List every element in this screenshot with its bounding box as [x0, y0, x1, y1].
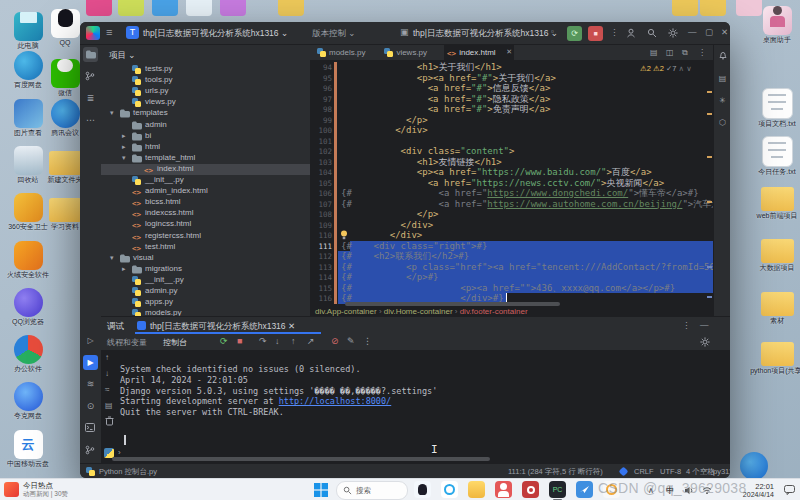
editor-hscrollbar[interactable] — [345, 302, 560, 306]
tree-item-urls.py[interactable]: urls.py — [101, 86, 310, 97]
partial-desktop-icon[interactable] — [86, 0, 112, 16]
tree-item-__init__.py[interactable]: __init__.py — [101, 275, 310, 286]
problems-tool-icon[interactable]: ⊙ — [83, 399, 98, 414]
partial-desktop-icon[interactable] — [700, 0, 726, 16]
close-button[interactable]: ✕ — [721, 27, 728, 37]
debug-minimize-icon[interactable]: — — [700, 320, 709, 330]
layout-icon[interactable]: ◫ — [666, 48, 674, 57]
project-tool-icon[interactable] — [83, 47, 98, 62]
services-tool-icon[interactable]: ≋ — [83, 377, 98, 392]
desktop-icon-办公软件[interactable]: 办公软件 — [0, 335, 60, 373]
stop-button[interactable]: ■ — [588, 26, 603, 41]
scroll-top-icon[interactable]: ↑ — [105, 353, 109, 362]
tree-item-migrations[interactable]: ▸migrations — [101, 264, 310, 275]
debug-settings-icon[interactable] — [700, 337, 710, 347]
more-actions-icon[interactable]: ⋮ — [610, 27, 619, 37]
desktop-icon-火绒安全软件[interactable]: 火绒安全软件 — [0, 241, 60, 279]
breadcrumb-item[interactable]: div.Home-container — [384, 307, 453, 316]
partial-desktop-icon[interactable] — [152, 0, 178, 16]
vcs-tool-icon[interactable] — [85, 445, 95, 455]
desktop-icon-项目文档.txt[interactable]: 项目文档.txt — [745, 88, 800, 128]
tab-threads[interactable]: 线程和变量 — [107, 337, 147, 348]
run-config-name[interactable]: thp|日志数据可视化分析系统hx1316 ⌄ — [413, 28, 558, 40]
desktop-icon-中国移动云盘[interactable]: 云中国移动云盘 — [0, 430, 60, 468]
step-into-icon[interactable]: ↓ — [275, 336, 280, 346]
run-tool-icon[interactable]: ▷ — [83, 333, 98, 348]
step-over-icon[interactable]: ↷ — [259, 336, 267, 346]
tree-item-template_html[interactable]: ▾template_html — [101, 153, 310, 164]
tree-item-__init__.py[interactable]: __init__.py — [101, 175, 310, 186]
scroll-bottom-icon[interactable]: ↓ — [105, 369, 109, 378]
taskbar-pycharm-icon[interactable]: PC — [549, 481, 566, 498]
debug-more-icon[interactable]: ⋮ — [682, 320, 691, 330]
tree-item-views.py[interactable]: views.py — [101, 97, 310, 108]
tab-console[interactable]: 控制台 — [163, 337, 187, 348]
taskbar-messenger-icon[interactable] — [576, 481, 593, 498]
print-icon[interactable]: ▤ — [105, 401, 113, 410]
partial-desktop-icon[interactable] — [186, 0, 212, 16]
desktop-icon-web前端项目[interactable]: web前端项目 — [745, 182, 800, 220]
rerun-icon[interactable]: ⟳ — [220, 336, 228, 346]
maximize-button[interactable]: ▢ — [705, 27, 713, 37]
main-menu-icon[interactable]: ≡ — [106, 26, 112, 38]
notification-icon[interactable] — [784, 485, 795, 495]
user-icon[interactable] — [626, 28, 636, 38]
breadcrumb-item[interactable]: div.App-container — [315, 307, 377, 316]
partial-desktop-icon[interactable] — [672, 0, 698, 16]
chevron-down-icon[interactable]: ▾ — [110, 109, 114, 117]
partial-desktop-icon[interactable] — [736, 0, 762, 16]
vcs-menu[interactable]: 版本控制 ⌄ — [312, 28, 355, 40]
project-name[interactable]: thp[日志数据可视化分析系统hx1316 ⌄ — [143, 28, 288, 40]
taskbar-explorer-icon[interactable] — [468, 481, 485, 498]
desktop-icon-python项目(共享)[interactable]: python项目(共享) — [745, 337, 800, 375]
partial-desktop-icon[interactable] — [278, 0, 304, 16]
ai-assistant-icon[interactable]: ✳ — [715, 93, 730, 108]
chevron-right-icon[interactable]: ▸ — [122, 132, 126, 140]
structure-tool-icon[interactable]: ≣ — [83, 91, 98, 106]
start-button[interactable] — [314, 483, 328, 497]
debug-rerun-button[interactable]: ⟳ — [567, 26, 582, 41]
console-hscrollbar[interactable] — [112, 457, 490, 461]
desktop-icon-大数据项目[interactable]: 大数据项目 — [745, 234, 800, 272]
terminal-tool-icon[interactable] — [85, 423, 95, 432]
clear-console-icon[interactable] — [105, 416, 114, 426]
tree-item-test.html[interactable]: <>test.html — [101, 242, 310, 253]
settings-icon[interactable] — [668, 28, 678, 38]
tree-item-admin.py[interactable]: admin.py — [101, 286, 310, 297]
indent-style[interactable]: 4 个空格 — [686, 467, 715, 477]
minimize-button[interactable]: — — [688, 27, 697, 37]
taskbar-contact-icon[interactable] — [495, 481, 512, 498]
chevron-down-icon[interactable]: ▾ — [110, 254, 114, 262]
desktop-icon-夸克网盘[interactable]: 夸克网盘 — [0, 382, 60, 420]
chevron-right-icon[interactable]: ▸ — [122, 265, 126, 273]
tree-item-apps.py[interactable]: apps.py — [101, 297, 310, 308]
collapse-icon[interactable]: ⧉ — [682, 48, 688, 58]
softwrap-icon[interactable]: ≈ — [105, 385, 109, 394]
tree-item-indexcss.html[interactable]: <>indexcss.html — [101, 208, 310, 219]
database-icon[interactable]: ▤ — [715, 71, 730, 86]
partial-desktop-icon[interactable] — [118, 0, 144, 16]
tree-item-admin_index.html[interactable]: <>admin_index.html — [101, 186, 310, 197]
split-right-icon[interactable]: ▤ — [650, 48, 658, 57]
debug-tool-icon[interactable]: ▶ — [83, 355, 98, 370]
tree-item-bicss.html[interactable]: <>bicss.html — [101, 197, 310, 208]
taskbar-search[interactable]: 搜索 — [336, 481, 408, 500]
tab-close-icon[interactable]: ✕ — [506, 48, 512, 56]
tree-item-tools.py[interactable]: tools.py — [101, 75, 310, 86]
tab-models.py[interactable]: models.py — [314, 45, 379, 60]
tree-item-registercss.html[interactable]: <>registercss.html — [101, 231, 310, 242]
commit-tool-icon[interactable] — [85, 71, 95, 81]
taskbar-netease-icon[interactable] — [522, 481, 539, 498]
tree-item-logincss.html[interactable]: <>logincss.html — [101, 219, 310, 230]
caret-position[interactable]: 111:1 (284 字符,5 行 断行符) — [508, 467, 603, 477]
gradle-icon[interactable]: ⬡ — [715, 115, 730, 130]
run-icon[interactable]: ▫ — [551, 27, 554, 36]
chevron-down-icon[interactable]: ▾ — [122, 154, 126, 162]
inspections-widget[interactable]: ⚠2 ⚠2 ✓7 ∧ ∨ — [640, 64, 692, 73]
tree-item-tests.py[interactable]: tests.py — [101, 64, 310, 75]
project-panel-header[interactable]: 项目 ⌄ — [109, 50, 135, 62]
tree-item-index.html[interactable]: <>index.html — [101, 164, 310, 175]
intention-bulb-icon[interactable] — [340, 230, 348, 240]
desktop-icon-QQ浏览器[interactable]: QQ浏览器 — [0, 288, 60, 326]
tab-options-icon[interactable]: ⋮ — [698, 48, 706, 57]
